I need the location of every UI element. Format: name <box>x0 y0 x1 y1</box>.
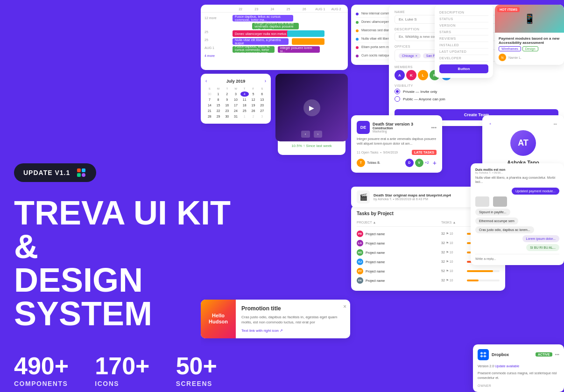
cal-day-24[interactable]: 24 <box>232 108 240 113</box>
cal-day-30[interactable]: 30 <box>205 91 214 97</box>
chat-reply-input <box>475 254 559 260</box>
cal-day-10[interactable]: 10 <box>232 97 240 102</box>
dropbox-more-btn[interactable]: ••• <box>555 352 559 357</box>
cal-day-11[interactable]: 11 <box>240 97 249 102</box>
visibility-public[interactable]: Public — Anyone can join <box>395 96 558 102</box>
visibility-field: VISIBILITY Private — Invite only Public … <box>395 84 558 102</box>
dropbox-card: Dropbox ACTIVE ••• Version 2.0 Update av… <box>473 344 564 392</box>
appstore-user-name: Namie L. <box>508 56 522 59</box>
promo-close-btn[interactable]: × <box>343 303 346 310</box>
detail-stars-row: STARS <box>439 29 488 35</box>
db-header: Dropbox ACTIVE ••• <box>478 349 559 360</box>
appstore-card: 📱 HOT ITEMS Payment modules based on a n… <box>495 5 564 65</box>
task-avatar-4: PY <box>357 268 363 274</box>
cal-day-8[interactable]: 8 <box>214 97 223 102</box>
cal-day-3[interactable]: 3 <box>232 91 240 97</box>
detail-reviews-row: REVIEWS <box>439 35 488 42</box>
cal-day-30[interactable]: 30 <box>223 114 231 119</box>
task-count-3: 32 ⚑ 10 <box>441 260 465 264</box>
ds-more-btn[interactable]: ••• <box>431 125 437 130</box>
cal-prev[interactable]: ‹ <box>205 78 207 84</box>
cal-day-27[interactable]: 27 <box>258 108 266 113</box>
update-badge: UPDATE V1.1 <box>14 163 96 182</box>
promo-image: HelloHudson <box>201 300 236 338</box>
reviews-label: REVIEWS <box>439 37 456 40</box>
app-detail-btn[interactable]: Button <box>439 64 488 73</box>
version-label: VERSION <box>439 24 456 27</box>
cal-day-23[interactable]: 23 <box>223 108 231 113</box>
task-avatar-2: HG <box>357 249 363 256</box>
member-av-3: L <box>418 70 428 80</box>
cal-month: July 2019 <box>226 79 246 84</box>
profile-more-btn[interactable]: ••• <box>554 122 557 126</box>
day-wed: W <box>232 87 240 90</box>
radio-circle-public <box>395 96 400 102</box>
cal-day-12[interactable]: 12 <box>249 97 258 102</box>
dropbox-owner-label: OWNER <box>478 384 559 387</box>
visibility-private[interactable]: Private — Invite only <box>395 89 558 94</box>
cal-day-20[interactable]: 20 <box>258 103 266 108</box>
cal-day-15[interactable]: 15 <box>214 103 223 108</box>
cal-day-4[interactable]: 4 <box>240 91 249 97</box>
cal-day-18[interactable]: 18 <box>240 103 249 108</box>
cal-day-5[interactable]: 5 <box>249 91 258 97</box>
promo-content: × Promotion title Cras justo odio, dapib… <box>236 300 350 338</box>
cal-day-1[interactable]: 1 <box>240 114 249 119</box>
cal-next[interactable]: › <box>265 78 266 84</box>
cal-day-7[interactable]: 7 <box>205 97 214 102</box>
add-follower-btn[interactable]: + <box>433 159 437 167</box>
cal-day-19[interactable]: 19 <box>249 103 258 108</box>
cal-day-14[interactable]: 14 <box>205 103 214 108</box>
stat-label-icons: ICONS <box>95 380 157 387</box>
day-tue: T <box>223 87 231 90</box>
chat-panel: Duis mollis est non by Ashoka T. • 06/30… <box>471 163 564 265</box>
cal-day-17[interactable]: 17 <box>232 103 240 108</box>
media-prev-btn[interactable]: ‹ <box>301 131 310 138</box>
ds-tasks-meta: 11 Open Tasks • 9/04/2019 <box>357 151 398 154</box>
cal-day-2[interactable]: 2 <box>223 91 231 97</box>
svg-rect-0 <box>77 168 81 172</box>
ds-category: Marketing <box>373 130 413 133</box>
cal-day-2[interactable]: 2 <box>249 114 258 119</box>
detail-desc-row: DESCRIPTION <box>439 9 488 16</box>
updated-label: LAST UPDATED <box>439 50 466 53</box>
svg-rect-2 <box>77 173 81 177</box>
cal-day-13[interactable]: 13 <box>258 97 266 102</box>
media-next-btn[interactable]: › <box>314 131 323 138</box>
media-widget: ▶ ‹ › <box>275 74 348 141</box>
death-star-card: DE Death Star version 3 Construction Mar… <box>351 115 442 173</box>
task-project-2: HG Project name <box>357 249 439 256</box>
profile-add-btn[interactable]: + <box>489 122 491 126</box>
col-25: 25 <box>280 7 296 11</box>
dropbox-body: Praesent commodo cursus magna, vel scele… <box>478 371 559 380</box>
day-thu: T <box>240 87 249 90</box>
cal-day-31[interactable]: 31 <box>232 114 240 119</box>
bubble-3: Ethermod accumpe sem <box>475 217 518 224</box>
cal-day-28[interactable]: 28 <box>205 114 214 119</box>
cal-day-3[interactable]: 3 <box>258 114 266 119</box>
col-header <box>204 7 233 11</box>
cal-day-9[interactable]: 9 <box>223 97 231 102</box>
cal-day-16[interactable]: 16 <box>223 103 231 108</box>
cal-day-22[interactable]: 22 <box>214 108 223 113</box>
event-bar-8: Integer posuere lorem si... <box>278 46 320 53</box>
update-available-link[interactable]: Update available <box>495 364 519 368</box>
cal-day-6[interactable]: 6 <box>258 91 266 97</box>
task-row-5: FA Project name 32 ⚑ 10 <box>357 276 500 285</box>
promo-banner: HelloHudson × Promotion title Cras justo… <box>201 300 350 338</box>
cal-day-29[interactable]: 29 <box>214 114 223 119</box>
office-tag-chicago-close[interactable]: × <box>416 54 417 57</box>
cal-day-26[interactable]: 26 <box>249 108 258 113</box>
reply-input[interactable] <box>475 257 559 260</box>
task-bar-4 <box>467 270 493 272</box>
cal-day-1[interactable]: 1 <box>214 91 223 97</box>
file-info: Death Star original maps and blueprint.m… <box>374 193 481 201</box>
col-24: 24 <box>264 7 280 11</box>
radio-circle-private <box>395 89 400 94</box>
task-avatar-5: FA <box>357 277 363 284</box>
ds-header: DE Death Star version 3 Construction Mar… <box>357 121 437 134</box>
play-button[interactable]: ▶ <box>303 99 320 116</box>
cal-day-21[interactable]: 21 <box>205 108 214 113</box>
promo-link[interactable]: Text link with right icon ↗ <box>241 329 345 333</box>
cal-day-25[interactable]: 25 <box>240 108 249 113</box>
